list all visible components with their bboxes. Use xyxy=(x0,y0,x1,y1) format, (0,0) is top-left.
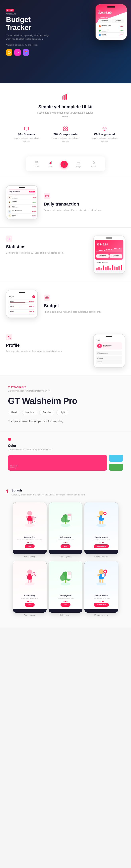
svg-rect-15 xyxy=(66,127,68,128)
nav-tab-daily[interactable]: Daily xyxy=(33,160,41,169)
stats-start-label: Start xyxy=(96,241,122,243)
onboard-next-btn-4[interactable]: Next xyxy=(25,603,34,607)
tx-item-2: Freelance Pay Yesterday +$500 xyxy=(98,29,124,33)
svg-rect-74 xyxy=(30,580,32,583)
statistics-content: Statistics Semper quis lectus nulla at. … xyxy=(6,236,87,255)
dt-item-3: 🎬 Netflix Entertainment -$12.99 xyxy=(7,205,36,209)
profile-avatar: A xyxy=(97,344,102,348)
svg-rect-9 xyxy=(64,95,65,100)
svg-rect-17 xyxy=(66,129,68,131)
profile-phone: Profile A Abbie Wilson @abbie.wilson Ema… xyxy=(93,334,125,368)
svg-rect-61 xyxy=(97,516,100,517)
statistics-section: Statistics Semper quis lectus nulla at. … xyxy=(0,227,131,282)
dt-item-2: 💼 Freelance Income +$450 xyxy=(7,200,36,204)
features-subtitle: Fusce quis lectus eleifend sem. Purus au… xyxy=(34,111,97,119)
svg-rect-10 xyxy=(66,94,67,100)
onboard-next-btn-1[interactable]: Next xyxy=(25,544,34,548)
screen-label-explore-2: Explore nearest xyxy=(95,614,108,616)
components-desc: Fusce quis lectus eleifend sem porttitor xyxy=(50,136,81,143)
nav-tabs-demo: Daily Stats + Budget Profile xyxy=(26,156,105,171)
svg-rect-90 xyxy=(102,579,103,583)
color-swatch-side xyxy=(109,455,123,471)
svg-rect-64 xyxy=(102,521,103,524)
screen-thumb-saving: Ваша saving Lorem ipsum dolor sit amet c… xyxy=(13,502,47,554)
hero-section: UI Kit Mobile App BudgetTracker Crafted … xyxy=(0,0,131,84)
dt-item-1: ☕ Starbucks Food & Drink -$5.40 xyxy=(7,195,36,199)
color-swatch-secondary xyxy=(109,455,123,462)
svg-rect-41 xyxy=(27,516,32,521)
organized-icon xyxy=(88,126,121,131)
svg-point-38 xyxy=(8,336,10,337)
onboard-next-btn-3[interactable]: Get Started xyxy=(94,544,109,548)
dt-screen-header: Daily transaction Mar 2023 xyxy=(7,189,36,195)
profile-content: Profile Fusce quis lectus nulla at. Fusc… xyxy=(6,334,87,353)
svg-rect-4 xyxy=(25,52,26,54)
onboard-next-btn-5[interactable]: Next xyxy=(60,603,70,607)
nav-tab-budget-label: Budget xyxy=(76,166,81,167)
nav-tab-add-button[interactable]: + xyxy=(60,161,68,168)
screens-section: 1 Splash Carefully chosen font that righ… xyxy=(0,481,131,628)
svg-rect-23 xyxy=(49,163,50,164)
feature-organized: Well organized Fusce quis lectus eleifen… xyxy=(88,126,121,143)
hero-app-type: Mobile App xyxy=(6,13,58,15)
onboard-next-btn-2[interactable]: Next xyxy=(60,544,70,548)
screen-thumb-explore: Explore nearest Lorem ipsum dolor sit am… xyxy=(84,502,118,554)
svg-point-39 xyxy=(25,524,35,527)
nav-tabs-section: Daily Stats + Budget Profile xyxy=(0,151,131,177)
screen-label-saving-2: Ваша saving xyxy=(24,614,35,616)
budget-content: Budget Primum quis lectus nulla at. Fusc… xyxy=(44,294,125,314)
organized-count: Well organized xyxy=(88,132,121,136)
font-sample-text: The quick brown fox jumps over the lazy … xyxy=(8,419,123,423)
typography-t-icon: T xyxy=(8,385,10,389)
nav-tab-profile[interactable]: Profile xyxy=(89,160,99,169)
svg-point-68 xyxy=(25,582,35,585)
wallet-icon xyxy=(76,161,80,165)
svg-rect-83 xyxy=(68,572,71,575)
screen-thumb-1-wrap: Ваша saving Lorem ipsum dolor sit amet c… xyxy=(13,502,47,558)
svg-rect-26 xyxy=(77,162,80,164)
svg-point-27 xyxy=(79,163,80,164)
screen-thumb-3-wrap: Explore nearest Lorem ipsum dolor sit am… xyxy=(84,502,118,558)
hero-available: Available for Sketch, XD and Figma. xyxy=(6,44,58,46)
daily-transaction-phone: Daily transaction Mar 2023 ☕ Starbucks F… xyxy=(6,185,38,219)
svg-rect-70 xyxy=(27,574,32,580)
svg-rect-32 xyxy=(8,239,8,240)
font-weight-regular: Regular xyxy=(39,410,54,415)
features-grid: 40+ Screens Fusce quis lectus eleifend s… xyxy=(8,126,123,143)
person-icon xyxy=(92,161,96,165)
nav-tab-budget[interactable]: Budget xyxy=(74,160,83,169)
svg-rect-19 xyxy=(35,162,38,164)
svg-rect-87 xyxy=(97,574,100,576)
budget-item-1: Budget $2046.00 xyxy=(9,300,35,304)
typography-note: Carefully chosen font that right for the… xyxy=(8,390,123,392)
statistics-phone: Start $2446.90 $4,993.75 Income xyxy=(93,236,125,274)
svg-rect-56 xyxy=(68,517,70,517)
svg-point-92 xyxy=(104,570,106,572)
svg-point-80 xyxy=(60,575,65,581)
calendar-icon xyxy=(35,161,38,165)
typography-label: Typography xyxy=(11,386,26,389)
screens-row-1: Ваша saving Lorem ipsum dolor sit amet c… xyxy=(6,502,125,558)
svg-rect-44 xyxy=(28,521,29,524)
hero-title: BudgetTracker xyxy=(6,16,58,31)
color-section-title: Color xyxy=(8,444,123,447)
color-swatch-success xyxy=(109,464,123,471)
hero-badge: UI Kit xyxy=(6,9,14,11)
nav-tab-stats[interactable]: Stats xyxy=(47,160,55,169)
statistics-icon xyxy=(6,236,12,242)
svg-rect-62 xyxy=(102,515,104,518)
feature-screens: 40+ Screens Fusce quis lectus eleifend s… xyxy=(10,126,43,143)
daily-transaction-section: Daily transaction Mar 2023 ☕ Starbucks F… xyxy=(0,177,131,227)
screen-thumb-split: Split payment Lorem ipsum dolor sit amet… xyxy=(49,502,82,554)
screen-thumb-explore-2: Explore nearest Lorem ipsum dolor sit am… xyxy=(84,561,118,613)
explore-illustration xyxy=(86,504,117,530)
svg-rect-42 xyxy=(26,516,28,518)
screen-label-split-2: Split payment xyxy=(59,614,72,616)
svg-rect-55 xyxy=(68,514,71,516)
onboard-next-btn-6[interactable]: Get Started xyxy=(94,603,109,607)
saving-illustration xyxy=(15,504,45,530)
svg-rect-16 xyxy=(63,129,65,131)
svg-rect-73 xyxy=(28,580,29,583)
screen-label-explore: Explore nearest xyxy=(95,556,108,558)
profile-icon xyxy=(6,334,12,340)
